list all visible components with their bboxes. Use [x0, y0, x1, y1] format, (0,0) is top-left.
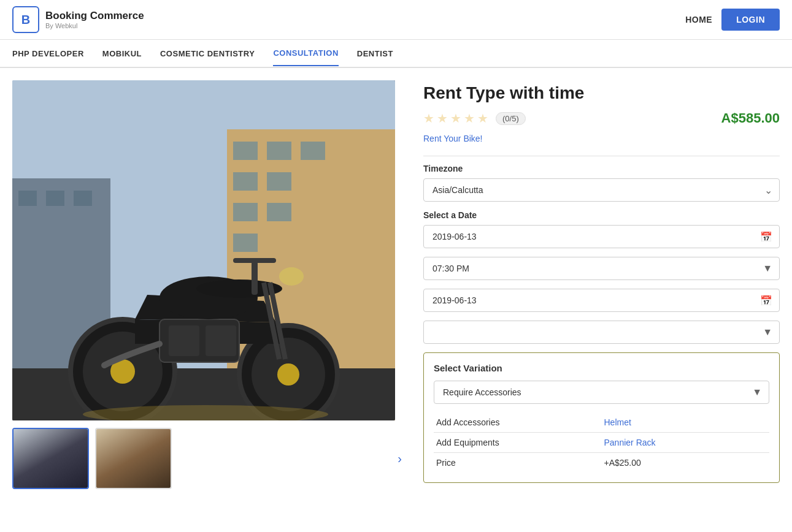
- time-to-select-wrapper: 09:00 PM 09:30 PM ▼: [423, 321, 780, 344]
- accessories-label: Add Accessories: [434, 412, 602, 433]
- svg-rect-2: [233, 142, 258, 160]
- star-5: ★: [477, 111, 488, 126]
- accessories-value: Helmet: [602, 412, 770, 433]
- login-button[interactable]: LOGIN: [721, 9, 780, 31]
- logo-icon: B: [12, 6, 39, 33]
- svg-rect-24: [169, 325, 199, 356]
- variation-box: Select Variation Require Accessories No …: [423, 352, 780, 483]
- variation-price-row: Price +A$25.00: [434, 453, 769, 473]
- variation-section-title: Select Variation: [434, 363, 769, 373]
- svg-rect-13: [74, 191, 92, 206]
- svg-rect-3: [267, 142, 291, 160]
- svg-rect-7: [233, 203, 258, 221]
- price-addon-value: +A$25.00: [602, 453, 770, 473]
- product-description: Rent Your Bike!: [423, 134, 780, 143]
- variation-select-wrapper: Require Accessories No Accessories ▼: [434, 381, 769, 404]
- date-label: Select a Date: [423, 210, 780, 220]
- nav-item-mobikul[interactable]: MOBIKUL: [102, 42, 142, 66]
- timezone-select-wrapper: Asia/Calcutta UTC America/New_York ⌄: [423, 178, 780, 202]
- star-4: ★: [464, 111, 475, 126]
- nav-item-consultation[interactable]: CONSULTATION: [273, 41, 338, 66]
- thumbnail-row: ›: [12, 428, 405, 489]
- thumbnail-1[interactable]: [12, 428, 89, 489]
- date-to-calendar-icon[interactable]: 📅: [760, 295, 772, 306]
- main-product-image: [12, 80, 395, 420]
- star-rating[interactable]: ★ ★ ★ ★ ★ (0/5): [423, 111, 526, 126]
- svg-rect-6: [267, 172, 291, 191]
- logo-text: Booking Commerce By Webkul: [45, 10, 144, 29]
- variation-select[interactable]: Require Accessories No Accessories: [434, 381, 769, 404]
- time-from-select[interactable]: 07:30 PM 08:00 PM 08:30 PM: [423, 257, 780, 280]
- header-right: HOME LOGIN: [685, 9, 780, 31]
- date-from-wrapper: 📅: [423, 225, 780, 248]
- home-link[interactable]: HOME: [685, 15, 712, 25]
- motorcycle-illustration: [12, 80, 395, 420]
- gallery-next-arrow[interactable]: ›: [394, 449, 405, 469]
- time-from-select-wrapper: 07:30 PM 08:00 PM 08:30 PM ▼: [423, 257, 780, 280]
- main-content: › Rent Type with time ★ ★ ★ ★ ★ (0/5) A$…: [0, 68, 792, 501]
- date-to-wrapper: 📅: [423, 289, 780, 312]
- date-to-input[interactable]: [423, 289, 780, 312]
- nav-item-cosmetic-dentistry[interactable]: COSMETIC DENTISTRY: [160, 42, 255, 66]
- svg-rect-5: [233, 172, 258, 191]
- svg-rect-25: [206, 325, 236, 356]
- header: B Booking Commerce By Webkul HOME LOGIN: [0, 0, 792, 40]
- logo-area: B Booking Commerce By Webkul: [12, 6, 144, 33]
- timezone-select[interactable]: Asia/Calcutta UTC America/New_York: [423, 178, 780, 202]
- nav-item-php-developer[interactable]: PHP DEVELOPER: [12, 42, 84, 66]
- nav-bar: PHP DEVELOPER MOBIKUL COSMETIC DENTISTRY…: [0, 40, 792, 68]
- rating-count: (0/5): [496, 112, 526, 125]
- svg-rect-4: [301, 142, 325, 160]
- variation-equipments-row: Add Equipments Pannier Rack: [434, 433, 769, 453]
- date-from-calendar-icon[interactable]: 📅: [760, 231, 772, 243]
- timezone-label: Timezone: [423, 164, 780, 173]
- product-price: A$585.00: [721, 110, 780, 126]
- product-title: Rent Type with time: [423, 83, 780, 103]
- nav-item-dentist[interactable]: DENTIST: [357, 42, 393, 66]
- svg-point-20: [277, 363, 299, 386]
- product-detail: Rent Type with time ★ ★ ★ ★ ★ (0/5) A$58…: [423, 80, 780, 489]
- star-1: ★: [423, 111, 434, 126]
- svg-rect-28: [252, 261, 258, 295]
- logo-title: Booking Commerce: [45, 10, 144, 22]
- time-to-select[interactable]: 09:00 PM 09:30 PM: [423, 321, 780, 344]
- logo-subtitle: By Webkul: [45, 22, 144, 29]
- svg-point-32: [279, 267, 304, 286]
- star-3: ★: [450, 111, 461, 126]
- svg-rect-11: [18, 191, 37, 206]
- svg-rect-12: [46, 191, 64, 206]
- variation-accessories-row: Add Accessories Helmet: [434, 412, 769, 433]
- price-addon-label: Price: [434, 453, 602, 473]
- svg-rect-8: [267, 203, 291, 221]
- svg-rect-29: [233, 258, 276, 263]
- rating-row: ★ ★ ★ ★ ★ (0/5) A$585.00: [423, 110, 780, 126]
- thumbnail-2[interactable]: [95, 428, 172, 489]
- equipments-label: Add Equipments: [434, 433, 602, 453]
- variation-table: Add Accessories Helmet Add Equipments Pa…: [434, 412, 769, 473]
- svg-rect-9: [233, 234, 258, 252]
- divider-1: [423, 156, 780, 156]
- star-2: ★: [437, 111, 448, 126]
- gallery-section: ›: [12, 80, 405, 489]
- equipments-value: Pannier Rack: [602, 433, 770, 453]
- date-from-input[interactable]: [423, 225, 780, 248]
